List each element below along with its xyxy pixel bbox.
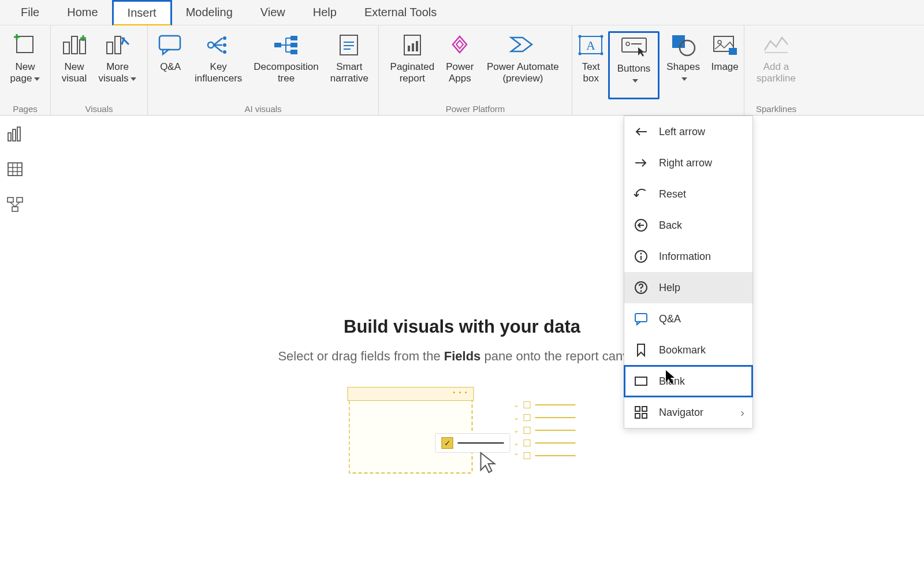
canvas-hint-heading: Build visuals with your data xyxy=(0,316,924,337)
menu-item-back[interactable]: Back xyxy=(624,210,752,241)
image-icon xyxy=(712,32,737,58)
svg-rect-8 xyxy=(107,42,113,54)
new-visual-icon xyxy=(62,32,87,58)
text-box-icon: A xyxy=(578,32,603,58)
more-visuals-button[interactable]: More visuals xyxy=(93,31,143,99)
svg-point-16 xyxy=(223,36,226,40)
tab-modeling[interactable]: Modeling xyxy=(172,1,247,24)
menu-item-blank[interactable]: Blank xyxy=(624,366,752,397)
menu-item-bookmark[interactable]: Bookmark xyxy=(624,334,752,366)
new-page-button[interactable]: New page xyxy=(5,31,46,99)
svg-rect-3 xyxy=(64,42,69,54)
menu-item-information[interactable]: Information xyxy=(624,241,752,272)
group-label-visuals: Visuals xyxy=(85,102,113,115)
svg-rect-71 xyxy=(635,407,640,411)
svg-rect-28 xyxy=(408,46,410,51)
svg-rect-37 xyxy=(622,38,646,52)
svg-point-35 xyxy=(579,53,582,55)
menu-item-left-arrow[interactable]: Left arrow xyxy=(624,116,752,147)
chevron-right-icon: › xyxy=(740,406,744,419)
key-influencers-button[interactable]: Key influencers xyxy=(189,31,248,99)
qa-button[interactable]: Q&A xyxy=(152,31,189,99)
qa-chat-icon xyxy=(634,311,649,326)
tab-help[interactable]: Help xyxy=(299,1,351,24)
help-icon xyxy=(634,280,649,295)
empty-canvas-hint: Build visuals with your data Select or d… xyxy=(0,316,924,364)
svg-point-67 xyxy=(640,291,642,292)
text-box-label: Text box xyxy=(582,61,600,85)
left-arrow-icon xyxy=(634,124,649,139)
svg-rect-49 xyxy=(8,163,22,176)
tab-external-tools[interactable]: External Tools xyxy=(351,1,450,24)
menu-item-help[interactable]: Help xyxy=(624,272,752,303)
menu-item-qa[interactable]: Q&A xyxy=(624,303,752,334)
decomposition-tree-button[interactable]: Decomposition tree xyxy=(248,31,324,99)
group-label-ai-visuals: AI visuals xyxy=(244,102,281,115)
buttons-dropdown-menu: Left arrow Right arrow Reset Back Inform… xyxy=(624,116,753,429)
svg-point-12 xyxy=(208,42,214,48)
svg-rect-0 xyxy=(17,36,33,53)
smart-narrative-button[interactable]: Smart narrative xyxy=(325,31,374,99)
more-visuals-label: More visuals xyxy=(99,61,137,85)
svg-rect-44 xyxy=(729,48,737,55)
svg-marker-69 xyxy=(637,322,640,325)
svg-line-58 xyxy=(15,202,20,207)
smart-narrative-label: Smart narrative xyxy=(330,61,368,85)
qa-icon xyxy=(158,32,183,58)
power-apps-button[interactable]: Power Apps xyxy=(440,31,479,99)
svg-line-13 xyxy=(214,38,222,45)
svg-rect-72 xyxy=(642,407,647,411)
power-automate-label: Power Automate (preview) xyxy=(487,61,559,85)
add-sparkline-icon xyxy=(763,32,789,58)
navigator-icon xyxy=(634,405,649,420)
power-apps-label: Power Apps xyxy=(446,61,474,85)
svg-rect-22 xyxy=(290,50,297,54)
paginated-report-button[interactable]: Paginated report xyxy=(385,31,441,99)
menu-item-label: Navigator xyxy=(659,407,703,419)
smart-narrative-icon xyxy=(337,32,362,58)
buttons-dropdown-button[interactable]: Buttons xyxy=(608,31,660,99)
cursor-icon xyxy=(665,369,676,387)
ribbon-tabbar: File Home Insert Modeling View Help Exte… xyxy=(0,0,924,25)
key-influencers-label: Key influencers xyxy=(195,61,242,85)
svg-rect-9 xyxy=(115,36,121,54)
menu-item-label: Q&A xyxy=(659,313,681,325)
group-label-sparklines: Sparklines xyxy=(756,102,796,115)
new-visual-label: New visual xyxy=(62,61,87,85)
qa-label: Q&A xyxy=(160,61,181,73)
new-visual-button[interactable]: New visual xyxy=(56,31,93,99)
group-label-pages: Pages xyxy=(13,102,38,115)
tab-file[interactable]: File xyxy=(7,1,53,24)
svg-rect-30 xyxy=(416,41,418,51)
menu-item-right-arrow[interactable]: Right arrow xyxy=(624,147,752,178)
menu-item-label: Information xyxy=(659,251,711,263)
buttons-dropdown-label: Buttons xyxy=(616,63,652,87)
tab-home[interactable]: Home xyxy=(53,1,111,24)
shapes-icon xyxy=(670,32,696,58)
paginated-report-icon xyxy=(400,32,425,58)
text-box-button[interactable]: A Text box xyxy=(573,31,608,99)
new-page-icon xyxy=(12,32,38,58)
shapes-label: Shapes xyxy=(665,61,702,85)
reset-icon xyxy=(634,187,649,202)
svg-point-38 xyxy=(626,42,629,46)
power-apps-icon xyxy=(447,32,472,58)
svg-rect-70 xyxy=(635,377,647,385)
tab-insert[interactable]: Insert xyxy=(112,0,172,26)
menu-item-navigator[interactable]: Navigator › xyxy=(624,397,752,428)
buttons-icon xyxy=(621,34,647,59)
tab-view[interactable]: View xyxy=(247,1,299,24)
power-automate-button[interactable]: Power Automate (preview) xyxy=(479,31,566,99)
image-button[interactable]: Image xyxy=(707,31,742,99)
decomposition-tree-label: Decomposition tree xyxy=(254,61,318,85)
svg-point-36 xyxy=(601,53,603,55)
add-sparkline-label: Add a sparkline xyxy=(757,61,796,85)
menu-item-reset[interactable]: Reset xyxy=(624,178,752,210)
back-icon xyxy=(634,218,649,233)
data-view-icon[interactable] xyxy=(7,161,23,179)
model-view-icon[interactable] xyxy=(6,196,24,215)
group-label-power-platform: Power Platform xyxy=(446,102,505,115)
report-view-icon[interactable] xyxy=(7,126,23,144)
shapes-button[interactable]: Shapes xyxy=(660,31,707,99)
svg-line-57 xyxy=(10,202,15,207)
